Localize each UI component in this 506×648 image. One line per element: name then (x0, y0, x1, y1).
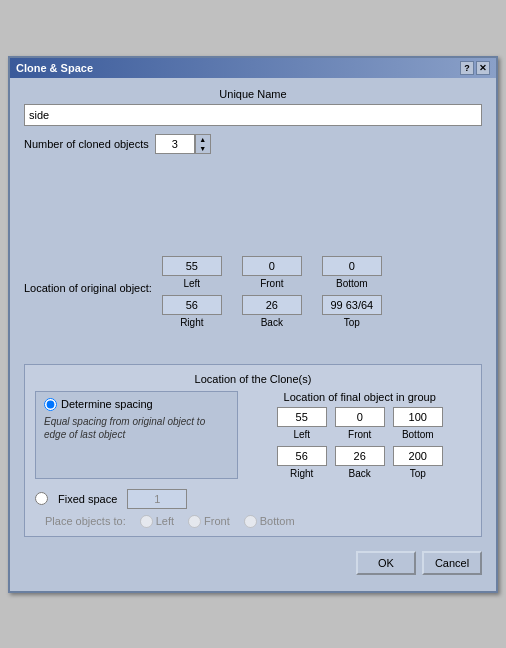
original-front-label: Front (260, 278, 283, 289)
bottom-buttons: OK Cancel (24, 551, 482, 581)
clone-left-panel: Determine spacing Equal spacing from ori… (35, 391, 238, 479)
spinner-down[interactable]: ▼ (196, 144, 210, 153)
final-top-col: Top (393, 446, 443, 479)
final-front-input[interactable] (335, 407, 385, 427)
clone-inner: Determine spacing Equal spacing from ori… (35, 391, 471, 479)
original-bottom-input[interactable] (322, 256, 382, 276)
fixed-space-label: Fixed space (58, 493, 117, 505)
original-bottom-col: Bottom (322, 256, 382, 289)
original-back-col: Back (242, 295, 302, 328)
original-front-col: Front (242, 256, 302, 289)
final-top-label: Top (410, 468, 426, 479)
place-objects-label: Place objects to: (45, 515, 126, 527)
clone-section-title: Location of the Clone(s) (35, 373, 471, 385)
ok-button[interactable]: OK (356, 551, 416, 575)
original-front-input[interactable] (242, 256, 302, 276)
clone-section: Location of the Clone(s) Determine spaci… (24, 364, 482, 537)
fixed-space-row: Fixed space (35, 489, 471, 509)
original-location-label: Location of original object: (24, 282, 152, 294)
original-back-label: Back (261, 317, 283, 328)
title-bar: Clone & Space ? ✕ (10, 58, 496, 78)
determine-spacing-radio[interactable] (44, 398, 57, 411)
clone-count-spinner: ▲ ▼ (195, 134, 211, 154)
cancel-button[interactable]: Cancel (422, 551, 482, 575)
original-coords-bottom: Right Back Top (162, 295, 382, 328)
title-bar-controls: ? ✕ (460, 61, 490, 75)
place-left-label[interactable]: Left (140, 515, 174, 528)
final-left-col: Left (277, 407, 327, 440)
original-left-input[interactable] (162, 256, 222, 276)
final-back-input[interactable] (335, 446, 385, 466)
final-back-col: Back (335, 446, 385, 479)
dialog-body: Unique Name Number of cloned objects ▲ ▼… (10, 78, 496, 591)
final-front-col: Front (335, 407, 385, 440)
final-bottom-label: Bottom (402, 429, 434, 440)
clone-count-input[interactable] (155, 134, 195, 154)
clone-right-panel: Location of final object in group Left F… (248, 391, 471, 479)
place-bottom-radio[interactable] (244, 515, 257, 528)
original-left-col: Left (162, 256, 222, 289)
final-coords-bottom: Right Back Top (248, 446, 471, 479)
clone-count-input-group: ▲ ▼ (155, 134, 211, 154)
help-button[interactable]: ? (460, 61, 474, 75)
clone-count-row: Number of cloned objects ▲ ▼ (24, 134, 482, 154)
original-location-row: Location of original object: Left Front … (24, 248, 482, 328)
determine-spacing-row: Determine spacing (44, 398, 229, 411)
original-coords-top: Left Front Bottom (162, 256, 382, 289)
final-bottom-col: Bottom (393, 407, 443, 440)
original-top-label: Top (344, 317, 360, 328)
determine-spacing-label: Determine spacing (61, 398, 153, 410)
original-back-input[interactable] (242, 295, 302, 315)
final-object-title: Location of final object in group (248, 391, 471, 403)
place-left-radio[interactable] (140, 515, 153, 528)
final-top-input[interactable] (393, 446, 443, 466)
final-front-label: Front (348, 429, 371, 440)
spacer (24, 154, 482, 234)
final-back-label: Back (349, 468, 371, 479)
original-right-label: Right (180, 317, 203, 328)
clone-count-label: Number of cloned objects (24, 138, 149, 150)
final-left-label: Left (293, 429, 310, 440)
original-top-input[interactable] (322, 295, 382, 315)
place-objects-row: Place objects to: Left Front Bottom (35, 515, 471, 528)
original-top-col: Top (322, 295, 382, 328)
final-right-input[interactable] (277, 446, 327, 466)
clone-space-dialog: Clone & Space ? ✕ Unique Name Number of … (8, 56, 498, 593)
place-front-label[interactable]: Front (188, 515, 230, 528)
original-right-col: Right (162, 295, 222, 328)
spinner-up[interactable]: ▲ (196, 135, 210, 144)
final-right-label: Right (290, 468, 313, 479)
fixed-space-radio[interactable] (35, 492, 48, 505)
original-bottom-label: Bottom (336, 278, 368, 289)
dialog-title: Clone & Space (16, 62, 93, 74)
original-right-input[interactable] (162, 295, 222, 315)
determine-spacing-note: Equal spacing from original object to ed… (44, 415, 229, 441)
final-right-col: Right (277, 446, 327, 479)
unique-name-input[interactable] (24, 104, 482, 126)
final-left-input[interactable] (277, 407, 327, 427)
spacer2 (24, 328, 482, 358)
original-coords: Left Front Bottom Right (162, 248, 382, 328)
place-front-radio[interactable] (188, 515, 201, 528)
final-bottom-input[interactable] (393, 407, 443, 427)
final-coords-top: Left Front Bottom (248, 407, 471, 440)
fixed-space-input[interactable] (127, 489, 187, 509)
original-left-label: Left (183, 278, 200, 289)
unique-name-label: Unique Name (24, 88, 482, 100)
place-bottom-label[interactable]: Bottom (244, 515, 295, 528)
close-button[interactable]: ✕ (476, 61, 490, 75)
